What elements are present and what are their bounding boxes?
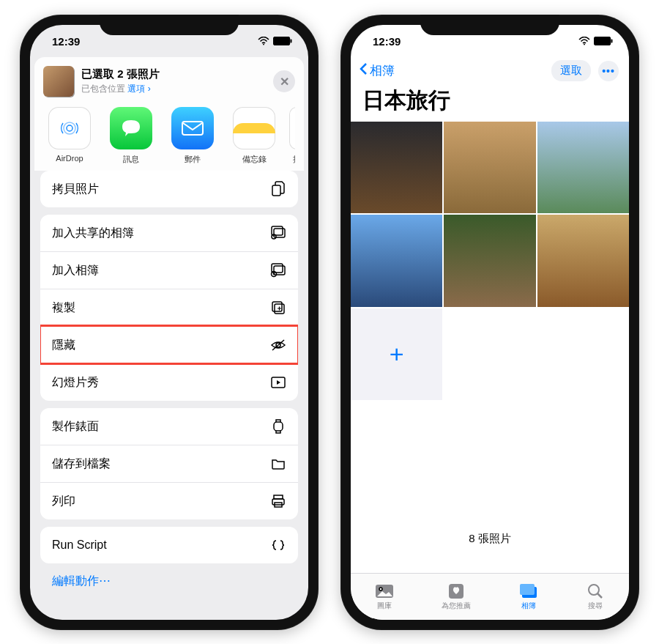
app-label: AirDrop xyxy=(56,154,83,163)
action-label: Run Script xyxy=(52,538,107,552)
hide-icon xyxy=(270,337,286,353)
app-messages[interactable]: 訊息 xyxy=(105,107,157,165)
svg-rect-29 xyxy=(520,584,535,595)
close-button[interactable]: ✕ xyxy=(273,70,295,92)
wifi-icon xyxy=(258,37,269,45)
ellipsis-icon: ••• xyxy=(602,65,615,77)
svg-point-3 xyxy=(67,125,72,131)
battery-icon xyxy=(594,37,613,45)
plus-icon: + xyxy=(390,340,404,369)
tab-bar: 圖庫 為您推薦 相簿 搜尋 xyxy=(351,573,629,620)
select-button[interactable]: 選取 xyxy=(551,60,591,81)
photo-thumbnail[interactable] xyxy=(351,215,442,306)
screen-share-sheet: 12:39 已選取 2 張照片 已包含位置 選項 › ✕ AirDrop xyxy=(30,25,308,620)
action-label: 列印 xyxy=(52,494,75,509)
action-group-4: Run Script xyxy=(40,527,298,563)
app-label: 郵件 xyxy=(185,154,201,165)
script-icon xyxy=(270,537,286,553)
app-label: 備忘錄 xyxy=(242,154,267,165)
notch xyxy=(100,15,239,35)
svg-line-31 xyxy=(597,593,602,598)
close-icon: ✕ xyxy=(280,75,289,89)
notes-icon xyxy=(233,107,275,149)
wifi-icon xyxy=(578,37,590,45)
action-label: 拷貝照片 xyxy=(52,182,99,197)
phone-right: 12:39 相簿 選取 ••• 日本旅行 + 8 張 xyxy=(340,15,639,630)
action-add-shared-album[interactable]: 加入共享的相簿 xyxy=(40,215,298,251)
share-apps-row[interactable]: AirDrop 訊息 郵件 備忘錄 提 xyxy=(43,97,295,171)
phone-left: 12:39 已選取 2 張照片 已包含位置 選項 › ✕ AirDrop xyxy=(20,15,319,630)
edit-actions-link[interactable]: 編輯動作⋯ xyxy=(40,571,298,589)
share-actions: 拷貝照片 加入共享的相簿 加入相簿 複製 隱藏 xyxy=(30,171,308,596)
action-label: 複製 xyxy=(52,300,75,316)
svg-point-0 xyxy=(263,44,264,45)
svg-rect-6 xyxy=(272,185,280,196)
back-button[interactable]: 相簿 xyxy=(358,62,395,80)
watch-icon xyxy=(270,418,286,434)
svg-rect-23 xyxy=(595,37,611,45)
action-hide[interactable]: 隱藏 xyxy=(40,326,298,363)
mail-icon xyxy=(171,107,214,149)
tab-label: 為您推薦 xyxy=(442,601,471,611)
more-button[interactable]: ••• xyxy=(598,61,619,81)
svg-rect-5 xyxy=(182,122,203,135)
action-watch-face[interactable]: 製作錶面 xyxy=(40,408,298,445)
tab-label: 相簿 xyxy=(521,601,536,611)
tab-label: 搜尋 xyxy=(588,601,603,611)
app-notes[interactable]: 備忘錄 xyxy=(228,107,280,165)
status-time: 12:39 xyxy=(52,35,80,48)
duplicate-icon xyxy=(270,300,286,316)
svg-rect-14 xyxy=(272,302,282,311)
svg-rect-18 xyxy=(274,422,283,431)
airdrop-icon xyxy=(48,107,91,149)
action-label: 儲存到檔案 xyxy=(52,456,111,472)
action-label: 幻燈片秀 xyxy=(52,375,99,391)
tab-label: 圖庫 xyxy=(377,601,392,611)
nav-bar: 相簿 選取 ••• xyxy=(351,57,629,83)
album-title: 日本旅行 xyxy=(351,83,629,122)
copy-icon xyxy=(270,181,286,197)
photo-thumbnail[interactable] xyxy=(537,122,629,213)
photo-thumbnail[interactable] xyxy=(537,215,629,306)
action-run-script[interactable]: Run Script xyxy=(40,527,298,563)
share-options-link[interactable]: 選項 › xyxy=(127,84,150,94)
tab-library[interactable]: 圖庫 xyxy=(375,583,394,611)
action-print[interactable]: 列印 xyxy=(40,482,298,519)
photo-thumbnail[interactable] xyxy=(351,122,442,213)
tab-foryou[interactable]: 為您推薦 xyxy=(442,583,471,611)
svg-rect-24 xyxy=(611,40,613,43)
action-group-2: 加入共享的相簿 加入相簿 複製 隱藏 幻燈片秀 xyxy=(40,215,298,401)
selection-thumbnail[interactable] xyxy=(43,66,74,97)
add-photo-button[interactable]: + xyxy=(351,308,442,400)
share-subtitle: 已包含位置 選項 › xyxy=(81,83,266,95)
battery-icon xyxy=(273,37,292,45)
photo-thumbnail[interactable] xyxy=(444,215,535,306)
app-mail[interactable]: 郵件 xyxy=(166,107,219,165)
action-label: 隱藏 xyxy=(52,338,75,353)
action-copy[interactable]: 拷貝照片 xyxy=(40,171,298,207)
action-duplicate[interactable]: 複製 xyxy=(40,289,298,326)
action-save-files[interactable]: 儲存到檔案 xyxy=(40,445,298,482)
svg-point-4 xyxy=(64,122,75,134)
app-airdrop[interactable]: AirDrop xyxy=(43,107,96,165)
tab-albums[interactable]: 相簿 xyxy=(519,583,538,611)
photo-thumbnail[interactable] xyxy=(444,122,535,213)
action-slideshow[interactable]: 幻燈片秀 xyxy=(40,363,298,401)
tab-search[interactable]: 搜尋 xyxy=(586,583,605,611)
status-time: 12:39 xyxy=(373,35,401,48)
svg-rect-2 xyxy=(291,40,292,43)
share-sheet-header: 已選取 2 張照片 已包含位置 選項 › ✕ AirDrop 訊息 郵件 xyxy=(34,57,304,171)
app-reminders-partial[interactable]: 提 xyxy=(289,107,295,165)
svg-point-22 xyxy=(584,44,585,45)
share-title: 已選取 2 張照片 xyxy=(81,67,266,81)
foryou-icon xyxy=(447,583,466,599)
status-indicators xyxy=(258,37,292,45)
reminders-icon xyxy=(289,107,295,149)
status-indicators xyxy=(578,37,613,45)
action-add-album[interactable]: 加入相簿 xyxy=(40,251,298,289)
slideshow-icon xyxy=(270,374,286,391)
svg-point-26 xyxy=(379,588,382,591)
photo-count: 8 張照片 xyxy=(351,400,629,546)
add-album-icon xyxy=(270,262,286,278)
chevron-left-icon xyxy=(358,62,368,80)
